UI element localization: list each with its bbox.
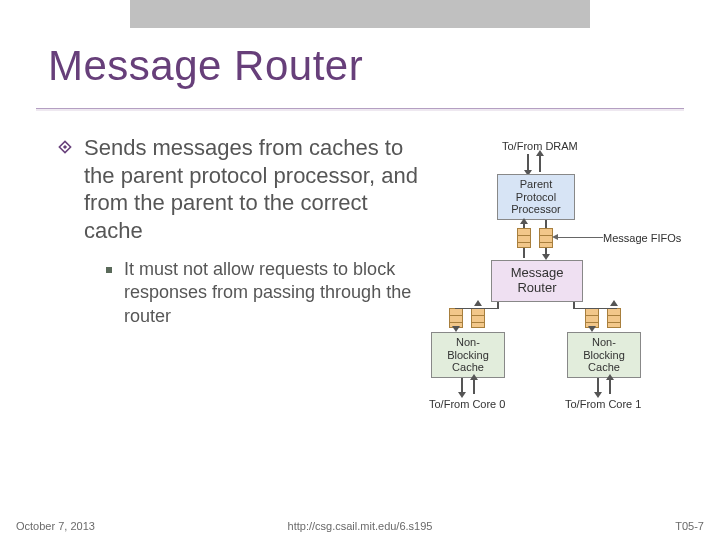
bullet-sub-text: It must not allow requests to block resp… [124, 258, 414, 328]
footer-url: http://csg.csail.mit.edu/6.s195 [288, 520, 433, 532]
title-underline-shadow [36, 109, 684, 111]
top-decor-bar [130, 0, 590, 28]
connector-ppp-fifo-r [545, 220, 547, 228]
fifo-cache1-r [607, 308, 621, 328]
ah-core1-u [606, 374, 614, 380]
svg-rect-1 [63, 145, 67, 149]
arrow-dram-up [539, 154, 541, 172]
arrow-core1-u [609, 378, 611, 394]
connector-fifo-router-l [523, 248, 525, 258]
core1-label: To/From Core 1 [565, 398, 641, 410]
footer-pageno: T05-7 [675, 520, 704, 532]
fifo-cache1-l [585, 308, 599, 328]
arrowhead-dram-up [536, 150, 544, 156]
fifo-ppp-right [539, 228, 553, 248]
diamond-bullet-icon [58, 140, 72, 154]
ah-u1 [474, 300, 482, 306]
arrowhead-ppp-to-fifo [520, 218, 528, 224]
fifo-ppp-left [517, 228, 531, 248]
bullet-main-text: Sends messages from caches to the parent… [84, 134, 428, 244]
slide-title: Message Router [48, 42, 363, 90]
fifo-label-pointer [557, 237, 603, 238]
parent-protocol-processor-box: Parent Protocol Processor [497, 174, 575, 220]
slide: Message Router Sends messages from cache… [0, 0, 720, 540]
bullet-sub-row: It must not allow requests to block resp… [106, 258, 428, 328]
fifo-label: Message FIFOs [603, 232, 681, 244]
footer: October 7, 2013 http://csg.csail.mit.edu… [0, 520, 720, 532]
core0-label: To/From Core 0 [429, 398, 505, 410]
message-router-box: Message Router [491, 260, 583, 302]
architecture-diagram: To/From DRAM Parent Protocol Processor M… [427, 140, 712, 420]
ah-core0-u [470, 374, 478, 380]
body-text: Sends messages from caches to the parent… [58, 134, 428, 328]
fifo-cache0-r [471, 308, 485, 328]
conn-router-horiz-l [455, 308, 499, 309]
ah-u2 [610, 300, 618, 306]
square-bullet-icon [106, 267, 112, 273]
cache1-box: Non- Blocking Cache [567, 332, 641, 378]
arrow-core0-u [473, 378, 475, 394]
fifo-cache0-l [449, 308, 463, 328]
conn-router-horiz-r [573, 308, 617, 309]
bullet-main-row: Sends messages from caches to the parent… [58, 134, 428, 244]
cache0-box: Non- Blocking Cache [431, 332, 505, 378]
footer-date: October 7, 2013 [16, 520, 95, 532]
